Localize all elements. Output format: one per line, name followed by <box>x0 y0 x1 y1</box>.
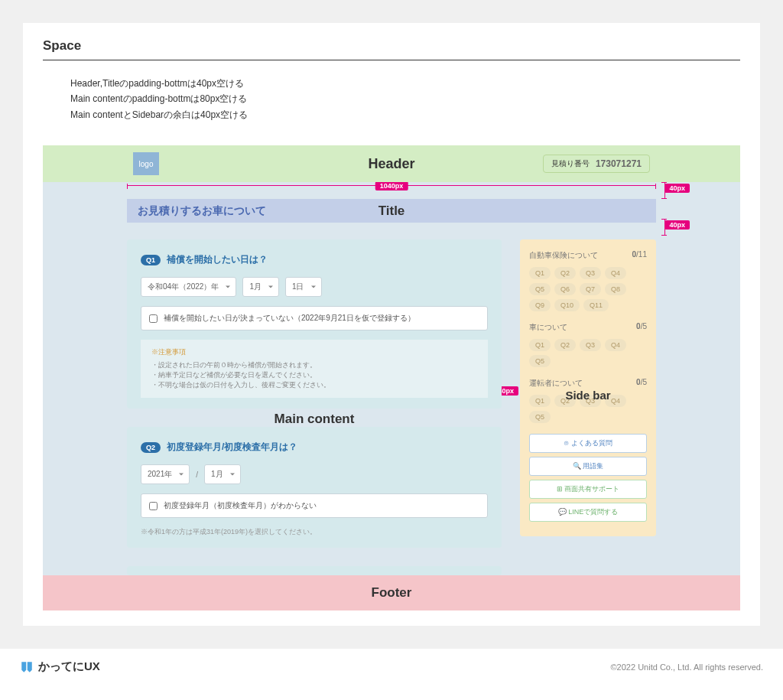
unknown-date-check[interactable]: 補償を開始したい日が決まっていない（2022年9月21日を仮で登録する） <box>141 306 488 330</box>
question-chip[interactable]: Q2 <box>554 395 576 407</box>
note-line: Main contentとSidebarの余白は40px空ける <box>70 107 740 122</box>
header-overlay: Header <box>368 156 414 172</box>
footnote: ※令和1年の方は平成31年(2019年)を選択してください。 <box>141 527 488 537</box>
info-icon: ⊙ <box>564 439 569 447</box>
question-chip[interactable]: Q2 <box>554 339 576 351</box>
question-chip[interactable]: Q2 <box>554 267 576 279</box>
question-card: Q1 補償を開始したい日は？ 令和04年（2022）年 1月 1日 補償を開始し… <box>127 239 502 409</box>
question-chip[interactable]: Q10 <box>554 299 580 311</box>
gap-label-1: 40px <box>664 184 690 193</box>
question-chip[interactable]: Q5 <box>529 411 551 423</box>
main-overlay: Main content <box>275 412 355 427</box>
question-badge: Q1 <box>141 255 161 265</box>
brand: かってにUX <box>20 659 100 674</box>
note-line: Main contentのpadding-bottmは80px空ける <box>70 91 740 106</box>
question-chip[interactable]: Q1 <box>529 395 551 407</box>
question-chip[interactable]: Q9 <box>529 299 551 311</box>
question-chip[interactable]: Q5 <box>529 355 551 367</box>
glossary-button[interactable]: 🔍 用語集 <box>529 457 647 476</box>
month-select[interactable]: 1月 <box>242 277 279 297</box>
question-chip[interactable]: Q3 <box>580 395 601 407</box>
question-chip[interactable]: Q7 <box>580 283 601 295</box>
title-bar: お見積りするお車について Title <box>127 199 656 223</box>
question-chips: Q1Q2Q3Q4Q5 <box>529 339 647 367</box>
year-select[interactable]: 2021年 <box>141 464 190 484</box>
question-badge: Q2 <box>141 442 161 453</box>
group-total: /11 <box>636 250 647 259</box>
question-chip[interactable]: Q1 <box>529 267 551 279</box>
question-chip[interactable]: Q4 <box>605 267 626 279</box>
group-total: /5 <box>641 322 647 330</box>
brand-icon <box>20 660 34 674</box>
sidebar-group: 車について 0/5 Q1Q2Q3Q4Q5 <box>529 322 647 367</box>
gap-label-2: 40px <box>664 220 690 230</box>
check-label: 補償を開始したい日が決まっていない（2022年9月21日を仮で登録する） <box>164 313 415 324</box>
faq-button[interactable]: ⊙ よくある質問 <box>529 434 647 453</box>
search-icon: 🔍 <box>573 462 581 470</box>
estimate-number-box: 見積り番号 173071271 <box>543 155 650 173</box>
question-chip[interactable]: Q8 <box>605 283 626 295</box>
question-chip[interactable]: Q5 <box>529 283 551 295</box>
sidebar-group: 運転者について 0/5 Q1Q2Q3Q4Q5 <box>529 378 647 423</box>
question-title: 補償を開始したい日は？ <box>167 253 268 266</box>
sidebar: Side bar 自動車保険について 0/11 Q1Q2Q3Q4Q5Q6Q7Q8… <box>520 239 656 575</box>
unknown-date-check[interactable]: 初度登録年月（初度検査年月）がわからない <box>141 493 488 518</box>
check-label: 初度登録年月（初度検査年月）がわからない <box>164 500 317 511</box>
chat-icon: 💬 <box>558 508 567 516</box>
divider: / <box>196 470 198 479</box>
day-select[interactable]: 1日 <box>285 277 322 297</box>
caution-item: 納車予定日など補償が必要な日を選んでください。 <box>151 370 477 380</box>
mock-header: logo Header 見積り番号 173071271 <box>43 145 740 182</box>
group-label: 運転者について <box>529 378 583 389</box>
question-chip[interactable]: Q3 <box>580 339 601 351</box>
screen-share-button[interactable]: ⊞ 画面共有サポート <box>529 480 647 499</box>
page-title: お見積りするお車について <box>138 204 266 217</box>
question-card-cut <box>127 566 502 575</box>
estimate-label: 見積り番号 <box>551 158 590 169</box>
estimate-number: 173071271 <box>596 158 642 169</box>
section-title: Space <box>43 38 740 60</box>
width-measure-label: 1040px <box>375 181 408 190</box>
logo: logo <box>133 152 159 175</box>
screen-icon: ⊞ <box>557 485 563 493</box>
question-chip[interactable]: Q4 <box>605 339 626 351</box>
line-button[interactable]: 💬 LINEで質問する <box>529 503 647 522</box>
question-chip[interactable]: Q11 <box>583 299 609 311</box>
note-line: Header,Titleのpadding-bottmは40px空ける <box>70 76 740 91</box>
question-chip[interactable]: Q6 <box>554 283 576 295</box>
group-label: 車について <box>529 322 567 333</box>
group-label: 自動車保険について <box>529 250 598 261</box>
question-card: Q2 初度登録年月/初度検査年月は？ 2021年 / 1月 初度登録年月（初度検… <box>127 427 502 548</box>
question-chip[interactable]: Q4 <box>605 395 626 407</box>
question-chip[interactable]: Q1 <box>529 339 551 351</box>
title-overlay: Title <box>379 203 405 219</box>
main-content: 40px Main content Q1 補償を開始したい日は？ 令和04年（2… <box>127 239 502 575</box>
spacing-notes: Header,Titleのpadding-bottmは40px空ける Main … <box>70 76 740 122</box>
question-chip[interactable]: Q3 <box>580 267 601 279</box>
group-total: /5 <box>641 378 647 386</box>
copyright: ©2022 Unitd Co., Ltd. All rights reserve… <box>611 663 763 672</box>
footer-overlay: Footer <box>372 585 412 601</box>
brand-footer: かってにUX ©2022 Unitd Co., Ltd. All rights … <box>0 649 783 685</box>
checkbox[interactable] <box>149 314 158 323</box>
caution-title: ※注意事項 <box>151 347 477 357</box>
brand-name: かってにUX <box>38 659 100 674</box>
mockup-wrapper: 1040px 40px 40px logo Header 見積り番号 17307… <box>43 145 740 610</box>
question-chips: Q1Q2Q3Q4Q5Q6Q7Q8Q9Q10Q11 <box>529 267 647 311</box>
caution-item: 設定された日の午前０時から補償が開始されます。 <box>151 360 477 370</box>
question-title: 初度登録年月/初度検査年月は？ <box>167 441 297 454</box>
year-select[interactable]: 令和04年（2022）年 <box>141 277 236 297</box>
mock-footer: Footer <box>43 575 740 610</box>
question-chips: Q1Q2Q3Q4Q5 <box>529 395 647 423</box>
checkbox[interactable] <box>149 502 158 510</box>
caution-item: 不明な場合は仮の日付を入力し、後程ご変更ください。 <box>151 380 477 390</box>
sidebar-group: 自動車保険について 0/11 Q1Q2Q3Q4Q5Q6Q7Q8Q9Q10Q11 <box>529 250 647 311</box>
month-select[interactable]: 1月 <box>204 464 241 484</box>
caution-box: ※注意事項 設定された日の午前０時から補償が開始されます。 納車予定日など補償が… <box>141 340 488 398</box>
